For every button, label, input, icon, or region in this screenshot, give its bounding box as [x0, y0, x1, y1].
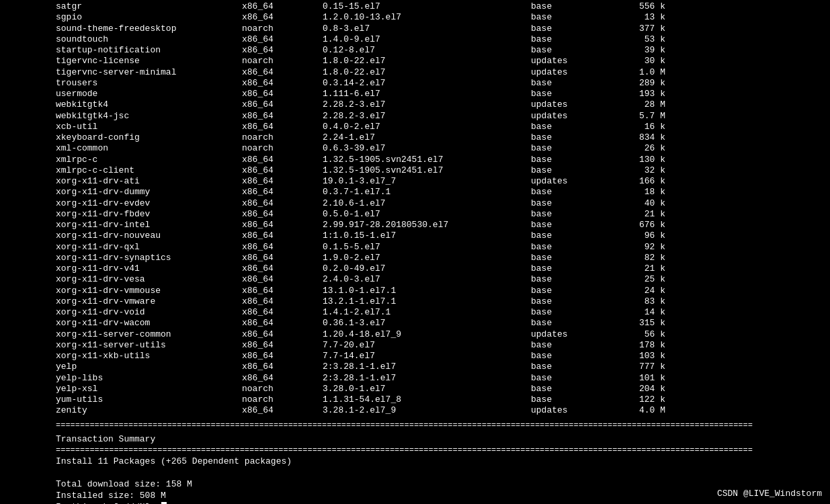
pkg-name: xkeyboard-config — [0, 132, 242, 143]
pkg-size: 24 k — [612, 286, 665, 296]
pkg-size: 130 k — [612, 155, 665, 165]
pkg-arch: x86_64 — [242, 111, 323, 122]
table-row: xorg-x11-drv-vesax86_642.4.0-3.el7base25… — [0, 274, 830, 285]
table-row: xorg-x11-drv-vmmousex86_6413.1.0-1.el7.1… — [0, 286, 830, 296]
pkg-arch: x86_64 — [242, 340, 323, 351]
pkg-size: 289 k — [612, 78, 665, 89]
pkg-repo: base — [531, 384, 612, 394]
pkg-version: 0.15-15.el7 — [323, 1, 531, 12]
table-row: webkitgtk4-jscx86_642.28.2-3.el7updates5… — [0, 111, 830, 122]
watermark: CSDN @LIVE_Windstorm — [717, 489, 822, 499]
table-row: tigervnc-server-minimalx86_641.8.0-22.el… — [0, 67, 830, 78]
table-row: xorg-x11-drv-v41x86_640.2.0-49.el7base21… — [0, 263, 830, 274]
table-row: trousersx86_640.3.14-2.el7base289 k — [0, 78, 830, 89]
pkg-repo: base — [531, 274, 612, 285]
pkg-repo: base — [531, 45, 612, 56]
pkg-size: 83 k — [612, 296, 665, 307]
pkg-size: 13 k — [612, 12, 665, 23]
pkg-name: soundtouch — [0, 34, 242, 45]
pkg-version: 7.7-14.el7 — [323, 351, 531, 362]
pkg-repo: base — [531, 318, 612, 329]
pkg-size: 315 k — [612, 318, 665, 329]
pkg-name: yelp — [0, 362, 242, 372]
pkg-repo: base — [531, 351, 612, 362]
pkg-arch: x86_64 — [242, 12, 323, 23]
pkg-repo: base — [531, 155, 612, 165]
table-row: xorg-x11-drv-wacomx86_640.36.1-3.el7base… — [0, 318, 830, 329]
table-row: xorg-x11-drv-vmwarex86_6413.2.1-1.el7.1b… — [0, 296, 830, 307]
pkg-arch: x86_64 — [242, 67, 323, 78]
pkg-arch: x86_64 — [242, 373, 323, 384]
table-row: yum-utilsnoarch1.1.31-54.el7_8base122 k — [0, 394, 830, 405]
pkg-arch: x86_64 — [242, 362, 323, 372]
pkg-version: 1.8.0-22.el7 — [323, 56, 531, 67]
pkg-name: xml-common — [0, 143, 242, 154]
pkg-name: xmlrpc-c — [0, 155, 242, 165]
pkg-name: xorg-x11-drv-void — [0, 307, 242, 318]
pkg-name: sgpio — [0, 12, 242, 23]
pkg-size: 96 k — [612, 230, 665, 241]
transaction-title: Transaction Summary — [56, 433, 774, 446]
pkg-arch: x86_64 — [242, 253, 323, 263]
pkg-arch: x86_64 — [242, 263, 323, 274]
table-row: startup-notificationx86_640.12-8.el7base… — [0, 45, 830, 56]
pkg-arch: noarch — [242, 384, 323, 394]
pkg-size: 25 k — [612, 274, 665, 285]
table-row: xorg-x11-drv-dummyx86_640.3.7-1.el7.1bas… — [0, 187, 830, 198]
pkg-arch: x86_64 — [242, 242, 323, 253]
pkg-version: 2.28.2-3.el7 — [323, 111, 531, 122]
pkg-version: 0.8-3.el7 — [323, 24, 531, 34]
pkg-arch: x86_64 — [242, 405, 323, 416]
pkg-size: 39 k — [612, 45, 665, 56]
pkg-size: 28 M — [612, 99, 665, 110]
pkg-arch: x86_64 — [242, 1, 323, 12]
pkg-repo: updates — [531, 405, 612, 416]
pkg-name: xorg-x11-drv-synaptics — [0, 253, 242, 263]
prompt-line[interactable]: Is this ok [y/d/N]: — [56, 501, 774, 505]
pkg-repo: base — [531, 198, 612, 209]
pkg-size: 178 k — [612, 340, 665, 351]
pkg-repo: base — [531, 373, 612, 384]
pkg-name: webkitgtk4-jsc — [0, 111, 242, 122]
pkg-version: 1.32.5-1905.svn2451.el7 — [323, 165, 531, 176]
transaction-separator-line: ========================================… — [56, 446, 774, 455]
table-row: sgpiox86_641.2.0.10-13.el7base13 k — [0, 12, 830, 23]
pkg-arch: x86_64 — [242, 187, 323, 198]
table-row: xorg-x11-drv-voidx86_641.4.1-2.el7.1base… — [0, 307, 830, 318]
pkg-name: xorg-x11-drv-fbdev — [0, 209, 242, 220]
pkg-arch: x86_64 — [242, 198, 323, 209]
table-row: xcb-utilx86_640.4.0-2.el7base16 k — [0, 122, 830, 132]
pkg-name: xorg-x11-drv-qxl — [0, 242, 242, 253]
pkg-arch: noarch — [242, 24, 323, 34]
pkg-name: yelp-xsl — [0, 384, 242, 394]
pkg-size: 193 k — [612, 89, 665, 99]
table-row: xorg-x11-server-commonx86_641.20.4-18.el… — [0, 329, 830, 340]
pkg-name: xorg-x11-xkb-utils — [0, 351, 242, 362]
pkg-size: 101 k — [612, 373, 665, 384]
pkg-arch: noarch — [242, 143, 323, 154]
pkg-arch: x86_64 — [242, 176, 323, 187]
pkg-arch: x86_64 — [242, 99, 323, 110]
pkg-name: xcb-util — [0, 122, 242, 132]
pkg-arch: x86_64 — [242, 307, 323, 318]
pkg-version: 0.4.0-2.el7 — [323, 122, 531, 132]
pkg-repo: updates — [531, 56, 612, 67]
pkg-repo: updates — [531, 111, 612, 122]
pkg-name: zenity — [0, 405, 242, 416]
pkg-name: tigervnc-license — [0, 56, 242, 67]
table-row: xml-commonnoarch0.6.3-39.el7base26 k — [0, 143, 830, 154]
pkg-name: yelp-libs — [0, 373, 242, 384]
table-row: yelpx86_642:3.28.1-1.el7base777 k — [0, 362, 830, 372]
pkg-arch: x86_64 — [242, 45, 323, 56]
pkg-version: 1.4.1-2.el7.1 — [323, 307, 531, 318]
table-row: xkeyboard-confignoarch2.24-1.el7base834 … — [0, 132, 830, 143]
pkg-name: trousers — [0, 78, 242, 89]
pkg-version: 1.9.0-2.el7 — [323, 253, 531, 263]
pkg-size: 21 k — [612, 263, 665, 274]
pkg-name: xorg-x11-drv-ati — [0, 176, 242, 187]
pkg-arch: x86_64 — [242, 89, 323, 99]
pkg-version: 2.4.0-3.el7 — [323, 274, 531, 285]
pkg-arch: noarch — [242, 132, 323, 143]
pkg-name: webkitgtk4 — [0, 99, 242, 110]
pkg-repo: base — [531, 230, 612, 241]
